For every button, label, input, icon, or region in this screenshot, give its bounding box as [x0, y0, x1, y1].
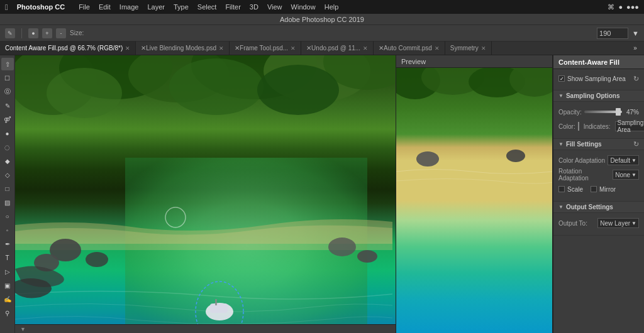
divider	[21, 28, 22, 38]
tool-crop[interactable]: ✎	[1, 99, 14, 112]
tool-dodge[interactable]: ◦	[1, 224, 14, 236]
chevron-down-icon: ▼	[558, 93, 564, 99]
canvas-scroll[interactable]	[15, 55, 396, 324]
color-label: Color:	[558, 123, 575, 130]
svg-point-10	[257, 65, 339, 115]
show-sampling-section: Show Sampling Area ↻	[553, 69, 644, 90]
tab-close-4[interactable]: ✕	[435, 45, 440, 52]
rotation-adaptation-row: Rotation Adaptation None ▼	[558, 168, 639, 181]
tool-history[interactable]: ◇	[1, 168, 14, 181]
output-settings-toggle[interactable]: ▼ Output Settings	[553, 202, 644, 213]
opacity-row: Opacity: 47%	[558, 106, 639, 118]
tool-lasso[interactable]: ⓪	[1, 85, 14, 98]
menu-item-image[interactable]: Image	[116, 0, 143, 14]
canvas-content[interactable]	[15, 55, 396, 324]
show-sampling-row: Show Sampling Area ↻	[558, 72, 639, 85]
tool-eraser[interactable]: □	[1, 182, 14, 195]
menu-item-layer[interactable]: Layer	[143, 0, 169, 14]
rotation-adaptation-value: None	[615, 172, 630, 178]
preview-title: Preview	[401, 58, 426, 65]
svg-point-13	[86, 252, 108, 267]
tab-close-1[interactable]: ✕	[219, 45, 224, 52]
tool-gradient[interactable]: ▨	[1, 196, 14, 209]
tab-symmetry[interactable]: Symmetry ✕	[445, 41, 492, 55]
output-to-dropdown[interactable]: New Layer ▼	[597, 218, 639, 228]
fill-settings-toggle[interactable]: ▼ Fill Settings ↻	[553, 139, 644, 150]
fill-settings-section: Color Adaptation Default ▼ Rotation Adap…	[553, 150, 644, 202]
dropdown-arrow-icon4: ▼	[631, 221, 636, 226]
svg-rect-19	[215, 299, 217, 305]
tab-close-3[interactable]: ✕	[363, 45, 368, 52]
opacity-slider[interactable]	[584, 111, 622, 113]
color-adaptation-dropdown[interactable]: Default ▼	[608, 155, 639, 165]
preview-image	[396, 68, 552, 333]
tool-clone[interactable]: ◆	[1, 155, 14, 167]
tool-selection[interactable]: ☐	[1, 72, 14, 84]
canvas-area: ▼	[15, 55, 396, 333]
menu-bar-right-controls: ⌘ ● ●●●	[608, 3, 639, 11]
tab-undo[interactable]: ✕ Undo.psd @ 11... ✕	[301, 41, 374, 55]
scale-label: Scale	[567, 186, 583, 193]
tab-live-blending[interactable]: ✕ Live Blending Modes.psd ✕	[136, 41, 230, 55]
fill-settings-title: Fill Settings	[566, 141, 602, 148]
tool-zoom[interactable]: ⚲	[1, 307, 14, 319]
options-bar: ✎ ● + - Size: ▼	[0, 25, 644, 41]
reset-fill-icon[interactable]: ↻	[633, 140, 639, 148]
color-adaptation-label: Color Adaptation	[558, 157, 605, 164]
svg-point-9	[169, 58, 264, 115]
menu-item-file[interactable]: File	[75, 0, 94, 14]
output-to-value: New Layer	[600, 220, 630, 227]
size-label: Size:	[70, 30, 593, 36]
size-input[interactable]	[597, 28, 628, 39]
tool-eyedropper[interactable]: ⚤	[1, 113, 14, 126]
chevron-down-icon3: ▼	[558, 204, 564, 210]
chevron-down-icon2: ▼	[558, 141, 564, 147]
mirror-label: Mirror	[599, 186, 616, 193]
menu-item-select[interactable]: Select	[194, 0, 221, 14]
menu-item-type[interactable]: Type	[170, 0, 192, 14]
sampling-options-toggle[interactable]: ▼ Sampling Options	[553, 90, 644, 102]
show-sampling-checkbox[interactable]	[558, 75, 565, 82]
scale-checkbox[interactable]	[558, 186, 565, 192]
tool-pen[interactable]: ✒	[1, 237, 14, 250]
app-title: Adobe Photoshop CC 2019	[280, 16, 364, 23]
tool-path[interactable]: ▷	[1, 265, 14, 278]
reset-sampling-icon[interactable]: ↻	[633, 75, 639, 83]
tab-close-0[interactable]: ✕	[125, 45, 130, 52]
color-swatch[interactable]	[578, 122, 579, 131]
mirror-checkbox[interactable]	[591, 186, 597, 192]
status-text: ▼	[20, 326, 26, 332]
tabs-overflow[interactable]: »	[629, 42, 641, 55]
tab-modified-2: ✕	[235, 45, 240, 52]
menu-item-3d[interactable]: 3D	[246, 0, 262, 14]
menu-bar:  Photoshop CC File Edit Image Layer Typ…	[0, 0, 644, 14]
tab-close-2[interactable]: ✕	[291, 45, 296, 52]
tab-label-1: Live Blending Modes.psd	[146, 45, 216, 52]
color-adaptation-row: Color Adaptation Default ▼	[558, 154, 639, 166]
tool-healing[interactable]: ●	[1, 127, 14, 139]
sampling-area-dropdown[interactable]: Sampling Area ▼	[615, 121, 645, 131]
add-icon: +	[42, 28, 52, 38]
opacity-value: 47%	[626, 109, 639, 116]
tab-content-aware-fill[interactable]: Content Aware Fill.psd @ 66.7% (RGB/8*) …	[0, 41, 136, 55]
scale-mirror-row: Scale Mirror	[558, 183, 639, 195]
show-sampling-label: Show Sampling Area	[567, 75, 626, 82]
tool-text[interactable]: T	[1, 251, 14, 264]
tab-label-5: Symmetry	[450, 45, 479, 52]
tool-shape[interactable]: ▣	[1, 279, 14, 292]
menu-item-window[interactable]: Window	[287, 0, 319, 14]
rotation-adaptation-dropdown[interactable]: None ▼	[613, 170, 639, 180]
menu-item-help[interactable]: Help	[321, 0, 343, 14]
tool-hand[interactable]: ✍	[1, 293, 14, 305]
tool-blur[interactable]: ○	[1, 210, 14, 222]
tab-close-5[interactable]: ✕	[481, 45, 486, 52]
tool-brush[interactable]: ◌	[1, 141, 14, 153]
menu-item-photoshop[interactable]: Photoshop CC	[13, 0, 69, 14]
tool-move[interactable]: ⇧	[1, 58, 14, 70]
menu-item-filter[interactable]: Filter	[221, 0, 244, 14]
tab-auto-commit[interactable]: ✕ Auto Commit.psd ✕	[374, 41, 445, 55]
tab-frame-tool[interactable]: ✕ Frame Tool.psd... ✕	[230, 41, 301, 55]
menu-item-edit[interactable]: Edit	[95, 0, 114, 14]
menu-item-view[interactable]: View	[264, 0, 286, 14]
title-bar: Adobe Photoshop CC 2019	[0, 14, 644, 25]
